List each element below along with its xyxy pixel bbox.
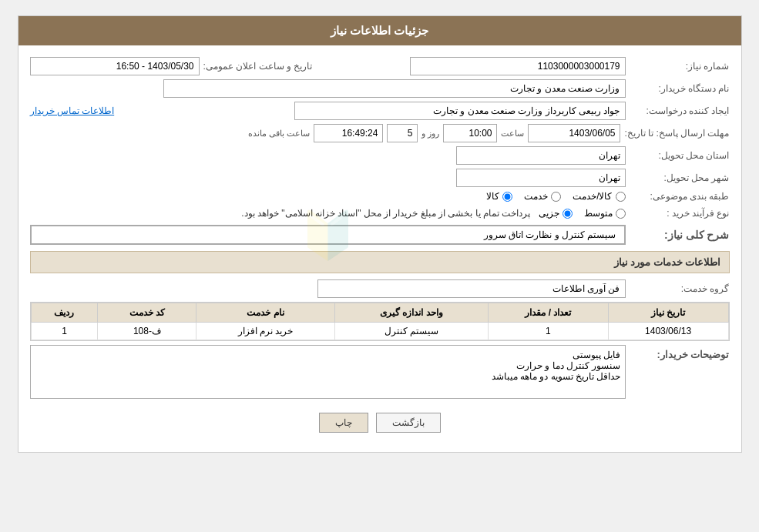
col-kod-khedmat: کد خدمت [98,303,196,323]
content-area: شماره نیاز: تاریخ و ساعت اعلان عمومی: نا… [18,45,741,452]
input-baqi[interactable] [314,124,383,142]
cell-vahed: سیستم کنترل [334,323,488,340]
row-shahr: شهر محل تحویل: [30,169,730,187]
label-sharh-koli: شرح کلی نیاز: [630,225,730,241]
table-body: 1403/06/13 1 سیستم کنترل خرید نرم افزار … [31,323,728,340]
row-tabaqe: طبقه بندی موضوعی: کالا/خدمت خدمت کالا [30,191,730,202]
cell-nam-khedmat: خرید نرم افزار [196,323,334,340]
label-tarikh: تاریخ و ساعت اعلان عمومی: [203,61,313,72]
label-noe-farayand: نوع فرآیند خرید : [630,208,730,219]
page-header: جزئیات اطلاعات نیاز [18,16,741,45]
row-sharh-koli: شرح کلی نیاز: 🔰 [30,225,730,245]
radio-kala-khedmat[interactable]: کالا/خدمت [573,191,625,202]
row-mohlat: مهلت ارسال پاسخ: تا تاریخ: ساعت روز و سا… [30,124,730,142]
radio-motavassot-input[interactable] [616,209,626,219]
input-mohlat-date[interactable] [528,124,620,142]
input-goroh-khedmat[interactable] [317,279,626,298]
radio-kala[interactable]: کالا [486,191,512,202]
radio-kala-khedmat-input[interactable] [616,192,626,202]
label-goroh-khedmat: گروه خدمت: [630,283,730,294]
label-shomara: شماره نیاز: [630,61,730,72]
input-shahr[interactable] [456,169,626,187]
cell-tarikh-niaz: 1403/06/13 [608,323,728,340]
row-shomara: شماره نیاز: تاریخ و ساعت اعلان عمومی: [30,57,730,75]
label-shahr: شهر محل تحویل: [630,172,730,183]
cell-radif: 1 [31,323,98,340]
header-title: جزئیات اطلاعات نیاز [331,24,428,37]
radio-kala-input[interactable] [502,192,512,202]
main-container: جزئیات اطلاعات نیاز شماره نیاز: تاریخ و … [18,15,742,453]
radio-khedmat[interactable]: خدمت [524,191,561,202]
radio-jozii[interactable]: جزیی [539,208,573,219]
textarea-tozihat[interactable] [30,345,626,399]
radio-group-tabaqe: کالا/خدمت خدمت کالا [486,191,625,202]
input-ijad-konande[interactable] [294,102,626,120]
cell-tedad: 1 [489,323,609,340]
table-row: 1403/06/13 1 سیستم کنترل خرید نرم افزار … [31,323,728,340]
services-table: تاریخ نیاز تعداد / مقدار واحد اندازه گیر… [31,303,729,340]
input-roz[interactable] [387,124,418,142]
button-row: بازگشت چاپ [30,413,730,433]
input-nam-dastgah[interactable] [163,79,626,98]
col-radif: ردیف [31,303,98,323]
process-note: پرداخت تمام یا بخشی از مبلغ خریدار از مح… [237,206,534,221]
col-vahed: واحد اندازه گیری [334,303,488,323]
back-button[interactable]: بازگشت [376,413,441,433]
tozihat-wrapper [30,345,626,401]
row-nam-dastgah: نام دستگاه خریدار: [30,79,730,98]
table-header-row: تاریخ نیاز تعداد / مقدار واحد اندازه گیر… [31,303,728,323]
services-table-container: تاریخ نیاز تعداد / مقدار واحد اندازه گیر… [30,302,730,341]
cell-kod-khedmat: ف-108 [98,323,196,340]
link-ettelaat-tamas[interactable]: اطلاعات تماس خریدار [30,105,115,116]
input-ostan[interactable] [456,146,626,165]
row-noe-farayand: نوع فرآیند خرید : متوسط جزیی پرداخت تمام… [30,206,730,221]
label-nam-dastgah: نام دستگاه خریدار: [630,83,730,94]
label-mohlat: مهلت ارسال پاسخ: تا تاریخ: [624,128,729,139]
label-tozihat: توضیحات خریدار: [630,345,730,360]
label-tabaqe: طبقه بندی موضوعی: [630,191,730,202]
row-goroh-khedmat: گروه خدمت: [30,279,730,298]
radio-group-farayand: متوسط جزیی [539,208,626,219]
label-saat: ساعت [501,129,524,139]
radio-khedmat-input[interactable] [551,192,561,202]
label-roz: روز و [421,129,439,139]
input-sharh-koli[interactable] [31,226,625,244]
row-ostan: استان محل تحویل: [30,146,730,165]
label-baqi: ساعت باقی مانده [248,129,310,139]
radio-motavassot[interactable]: متوسط [584,208,626,219]
section-header-khedamat: اطلاعات خدمات مورد نیاز [30,251,730,273]
input-shomara[interactable] [410,57,626,75]
sharh-koli-container: 🔰 [30,225,626,245]
col-tedad: تعداد / مقدار [489,303,609,323]
input-mohlat-saat[interactable] [443,124,497,142]
row-tozihat: توضیحات خریدار: [30,345,730,401]
print-button[interactable]: چاپ [319,413,368,433]
radio-jozii-input[interactable] [563,209,573,219]
label-ostan: استان محل تحویل: [630,150,730,161]
row-ijad-konande: ایجاد کننده درخواست: اطلاعات تماس خریدار [30,102,730,120]
input-tarikh[interactable] [30,57,200,75]
col-tarikh-niaz: تاریخ نیاز [608,303,728,323]
label-ijad-konande: ایجاد کننده درخواست: [630,105,730,116]
col-nam-khedmat: نام خدمت [196,303,334,323]
